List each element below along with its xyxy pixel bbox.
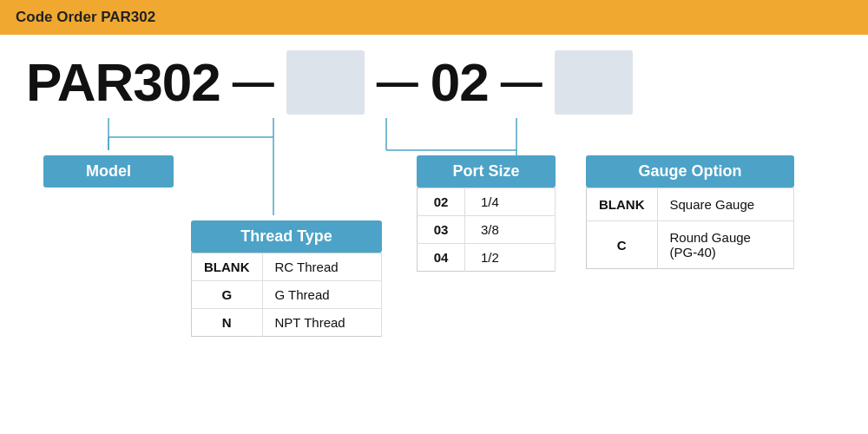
port-size-label: Port Size	[417, 155, 556, 187]
page-header: Code Order PAR302	[0, 0, 868, 35]
thread-code: BLANK	[192, 253, 263, 281]
thread-desc: RC Thread	[262, 253, 382, 281]
dash-2: —	[377, 62, 418, 103]
thread-code: G	[192, 281, 263, 309]
port-code: 04	[418, 244, 465, 272]
gauge-option-row: CRound Gauge (PG-40)	[587, 221, 794, 269]
gauge-option-box	[555, 50, 633, 115]
gauge-code: C	[587, 221, 658, 269]
thread-type-row: BLANKRC Thread	[192, 253, 382, 281]
port-code: 02	[418, 188, 465, 216]
gauge-option-label: Gauge Option	[586, 155, 794, 187]
thread-type-row: NNPT Thread	[192, 309, 382, 337]
thread-type-label: Thread Type	[191, 220, 382, 253]
port-desc: 1/2	[465, 244, 556, 272]
thread-desc: G Thread	[262, 281, 382, 309]
port-desc: 3/8	[465, 216, 556, 244]
port-size-row: 021/4	[418, 188, 556, 216]
thread-type-row: GG Thread	[192, 281, 382, 309]
thread-desc: NPT Thread	[262, 309, 382, 337]
thread-code: N	[192, 309, 263, 337]
dash-1: —	[233, 62, 274, 103]
thread-type-table: BLANKRC ThreadGG ThreadNNPT Thread	[191, 253, 382, 337]
gauge-desc: Square Gauge	[657, 188, 794, 221]
gauge-desc: Round Gauge (PG-40)	[657, 221, 794, 269]
model-label: Model	[43, 155, 174, 187]
port-desc: 1/4	[465, 188, 556, 216]
gauge-code: BLANK	[587, 188, 658, 221]
dash-3: —	[501, 62, 542, 103]
header-title: Code Order PAR302	[16, 9, 155, 25]
gauge-option-row: BLANKSquare Gauge	[587, 188, 794, 221]
port-size-row: 033/8	[418, 216, 556, 244]
number-code: 02	[431, 56, 489, 109]
model-code: PAR302	[26, 56, 220, 109]
port-size-row: 041/2	[418, 244, 556, 272]
page-container: Code Order PAR302 PAR302 — — 02 —	[0, 0, 868, 337]
thread-type-box	[286, 50, 365, 115]
port-code: 03	[418, 216, 465, 244]
gauge-option-table: BLANKSquare GaugeCRound Gauge (PG-40)	[586, 187, 794, 269]
port-size-table: 021/4033/8041/2	[417, 187, 556, 272]
